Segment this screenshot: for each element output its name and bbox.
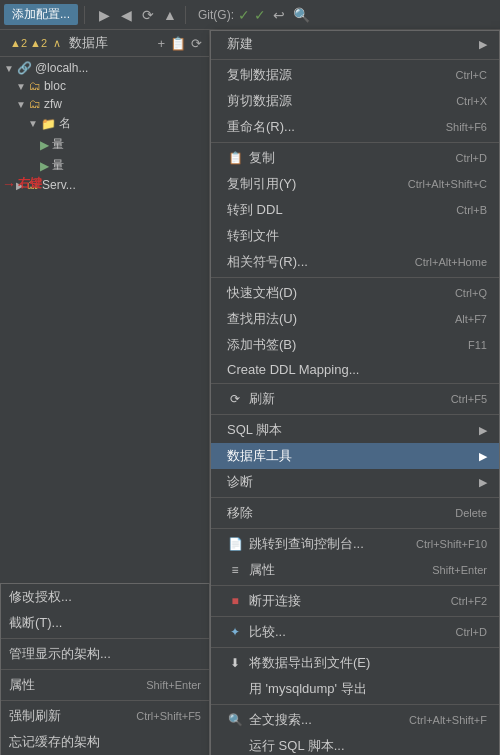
menu-add-bookmark-label: 添加书签(B) — [227, 336, 442, 354]
tree-item-zfw[interactable]: ▼ 🗂 zfw — [0, 95, 209, 113]
tree-label-sub1: 名 — [59, 115, 71, 132]
menu-related-symbol-label: 相关符号(R)... — [227, 253, 389, 271]
table-icon-sub1a: ▶ — [40, 138, 49, 152]
expand-icon[interactable]: ∧ — [53, 37, 61, 50]
menu-export-to-file[interactable]: ⬇ 将数据导出到文件(E) — [211, 650, 499, 676]
menu-copy-ref-label: 复制引用(Y) — [227, 175, 382, 193]
menu-refresh-shortcut: Ctrl+F5 — [431, 393, 487, 405]
menu-quick-doc[interactable]: 快速文档(D) Ctrl+Q — [211, 280, 499, 306]
tree-item-sub1b[interactable]: ▶ 量 — [0, 155, 209, 176]
menu-sep6 — [211, 528, 499, 529]
copy-icon: 📋 — [227, 151, 243, 165]
menu-rename[interactable]: 重命名(R)... Shift+F6 — [211, 114, 499, 140]
menu-compare[interactable]: ✦ 比较... Ctrl+D — [211, 619, 499, 645]
menu-refresh[interactable]: ⟳ 刷新 Ctrl+F5 — [211, 386, 499, 412]
tree-arrow-sub1: ▼ — [28, 118, 38, 129]
left-menu-properties[interactable]: 属性 Shift+Enter — [1, 672, 209, 698]
compare-icon: ✦ — [227, 625, 243, 639]
menu-sep0 — [211, 59, 499, 60]
left-menu-manage-schema[interactable]: 管理显示的架构... — [1, 641, 209, 667]
menu-fulltext-search[interactable]: 🔍 全文搜索... Ctrl+Alt+Shift+F — [211, 707, 499, 733]
tree-arrow-localhost: ▼ — [4, 63, 14, 74]
left-menu-forget-cache[interactable]: 忘记缓存的架构 — [1, 729, 209, 755]
db-header-icons: + 📋 ⟳ — [156, 35, 203, 52]
reload-icon[interactable]: ⟳ — [139, 6, 157, 24]
menu-copy[interactable]: 📋 复制 Ctrl+D — [211, 145, 499, 171]
menu-jump-to-console[interactable]: 📄 跳转到查询控制台... Ctrl+Shift+F10 — [211, 531, 499, 557]
refresh-icon: ⟳ — [227, 392, 243, 406]
menu-copy-datasource[interactable]: 复制数据源 Ctrl+C — [211, 62, 499, 88]
git-search-icon[interactable]: 🔍 — [292, 6, 310, 24]
tree-arrow-bloc: ▼ — [16, 81, 26, 92]
git-undo-icon[interactable]: ↩ — [270, 6, 288, 24]
left-menu-force-refresh[interactable]: 强制刷新 Ctrl+Shift+F5 — [1, 703, 209, 729]
menu-cut-datasource[interactable]: 剪切数据源 Ctrl+X — [211, 88, 499, 114]
warning-bar: ▲2 ▲2 ∧ — [6, 35, 65, 52]
menu-goto-ddl[interactable]: 转到 DDL Ctrl+B — [211, 197, 499, 223]
menu-db-tools[interactable]: 数据库工具 ▶ — [211, 443, 499, 469]
menu-find-usage-label: 查找用法(U) — [227, 310, 429, 328]
git-icons: ✓ ✓ ↩ 🔍 — [238, 6, 310, 24]
right-panel: 新建 ▶ 复制数据源 Ctrl+C 剪切数据源 Ctrl+X 重命名(R)...… — [210, 30, 500, 755]
menu-new[interactable]: 新建 ▶ — [211, 31, 499, 57]
add-config-button[interactable]: 添加配置... — [4, 4, 78, 25]
left-menu-force-refresh-label: 强制刷新 — [9, 707, 110, 725]
menu-copy-ref[interactable]: 复制引用(Y) Ctrl+Alt+Shift+C — [211, 171, 499, 197]
tree-item-bloc[interactable]: ▼ 🗂 bloc — [0, 77, 209, 95]
menu-rename-label: 重命名(R)... — [227, 118, 420, 136]
tree-item-sub1[interactable]: ▼ 📁 名 — [0, 113, 209, 134]
folder-icon-sub1: 📁 — [41, 117, 56, 131]
db-panel-header: ▲2 ▲2 ∧ 数据库 + 📋 ⟳ — [0, 30, 209, 57]
left-menu-forget-cache-label: 忘记缓存的架构 — [9, 733, 201, 751]
menu-copy-shortcut: Ctrl+D — [436, 152, 487, 164]
menu-sep8 — [211, 616, 499, 617]
tree-label-zfw: zfw — [44, 97, 62, 111]
tree-label-sub1a: 量 — [52, 136, 64, 153]
tree-item-sub1a[interactable]: ▶ 量 — [0, 134, 209, 155]
console-icon: 📄 — [227, 537, 243, 551]
back-icon[interactable]: ◀ — [117, 6, 135, 24]
menu-diagnosis[interactable]: 诊断 ▶ — [211, 469, 499, 495]
menu-add-bookmark[interactable]: 添加书签(B) F11 — [211, 332, 499, 358]
menu-new-label: 新建 — [227, 35, 473, 53]
menu-find-usage[interactable]: 查找用法(U) Alt+F7 — [211, 306, 499, 332]
left-menu-sep3 — [1, 700, 209, 701]
db-refresh-icon[interactable]: ⟳ — [190, 35, 203, 52]
menu-disconnect[interactable]: ■ 断开连接 Ctrl+F2 — [211, 588, 499, 614]
db-add-icon[interactable]: + — [156, 35, 166, 52]
menu-diagnosis-arrow: ▶ — [479, 476, 487, 489]
left-menu-modify-auth-label: 修改授权... — [9, 588, 201, 606]
git-check2-icon[interactable]: ✓ — [254, 7, 266, 23]
menu-sep10 — [211, 704, 499, 705]
git-check-icon[interactable]: ✓ — [238, 7, 250, 23]
left-menu-manage-schema-label: 管理显示的架构... — [9, 645, 201, 663]
export-icon: ⬇ — [227, 656, 243, 670]
menu-goto-file[interactable]: 转到文件 — [211, 223, 499, 249]
menu-quick-doc-label: 快速文档(D) — [227, 284, 429, 302]
left-context-menu: 修改授权... 截断(T)... 管理显示的架构... 属性 Shift+Ent… — [0, 583, 210, 755]
menu-create-ddl-mapping[interactable]: Create DDL Mapping... — [211, 358, 499, 381]
menu-mysqldump-export-label: 用 'mysqldump' 导出 — [227, 680, 487, 698]
menu-related-symbol[interactable]: 相关符号(R)... Ctrl+Alt+Home — [211, 249, 499, 275]
menu-remove[interactable]: 移除 Delete — [211, 500, 499, 526]
menu-disconnect-label: 断开连接 — [249, 592, 425, 610]
left-menu-truncate[interactable]: 截断(T)... — [1, 610, 209, 636]
menu-related-symbol-shortcut: Ctrl+Alt+Home — [395, 256, 487, 268]
menu-diagnosis-label: 诊断 — [227, 473, 473, 491]
menu-jump-to-console-shortcut: Ctrl+Shift+F10 — [396, 538, 487, 550]
left-menu-sep1 — [1, 638, 209, 639]
upload-icon[interactable]: ▲ — [161, 6, 179, 24]
db-copy-icon[interactable]: 📋 — [169, 35, 187, 52]
menu-mysqldump-export[interactable]: 用 'mysqldump' 导出 — [211, 676, 499, 702]
tree-label-localhost: @localh... — [35, 61, 89, 75]
tree-item-localhost[interactable]: ▼ 🔗 @localh... — [0, 59, 209, 77]
menu-sql-script[interactable]: SQL 脚本 ▶ — [211, 417, 499, 443]
menu-jump-to-console-label: 跳转到查询控制台... — [249, 535, 390, 553]
menu-properties2[interactable]: ≡ 属性 Shift+Enter — [211, 557, 499, 583]
menu-sql-script-arrow: ▶ — [479, 424, 487, 437]
menu-sep5 — [211, 497, 499, 498]
search-icon: 🔍 — [227, 713, 243, 727]
play-icon[interactable]: ▶ — [95, 6, 113, 24]
menu-run-sql-script[interactable]: 运行 SQL 脚本... — [211, 733, 499, 755]
left-menu-modify-auth[interactable]: 修改授权... — [1, 584, 209, 610]
